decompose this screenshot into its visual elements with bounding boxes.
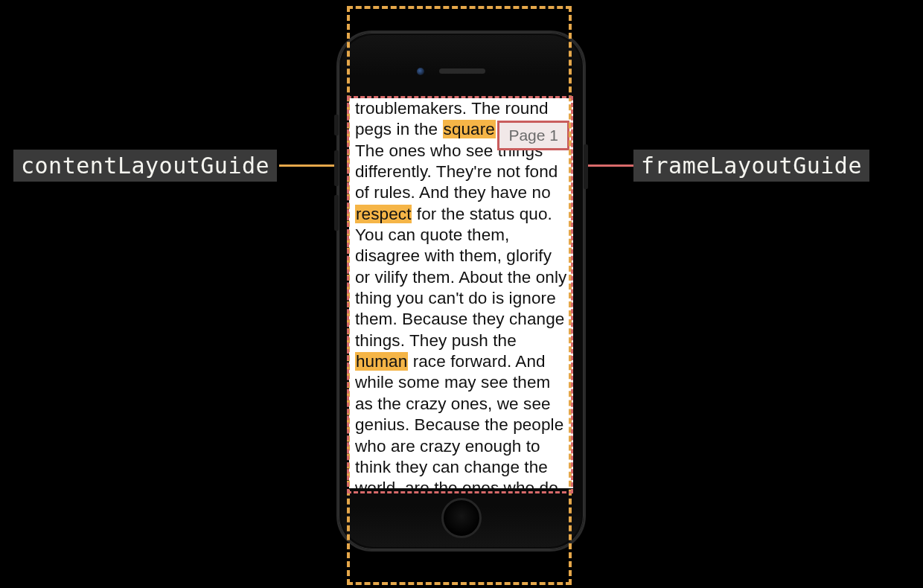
highlighted-word: respect xyxy=(355,205,412,223)
front-camera xyxy=(417,68,424,75)
speaker-grill xyxy=(439,68,485,74)
power-button xyxy=(584,144,588,189)
mute-switch xyxy=(334,115,339,135)
page-indicator-badge: Page 1 xyxy=(497,121,569,150)
highlighted-word: square xyxy=(443,120,496,138)
frame-layout-guide-label: frameLayoutGuide xyxy=(633,150,869,182)
content-layout-guide-label: contentLayoutGuide xyxy=(13,150,277,182)
body-text: race forward. And while some may see the… xyxy=(355,352,563,488)
home-button[interactable] xyxy=(441,498,482,538)
volume-up-button xyxy=(334,150,339,186)
phone-screen[interactable]: troublemakers. The round pegs in the squ… xyxy=(349,98,573,488)
body-text: for the status quo. You can quote them, … xyxy=(355,205,566,350)
highlighted-word: human xyxy=(355,352,408,371)
iphone-mockup: troublemakers. The round pegs in the squ… xyxy=(336,31,586,552)
volume-down-button xyxy=(334,195,339,231)
scrollable-text-content[interactable]: troublemakers. The round pegs in the squ… xyxy=(349,98,573,488)
